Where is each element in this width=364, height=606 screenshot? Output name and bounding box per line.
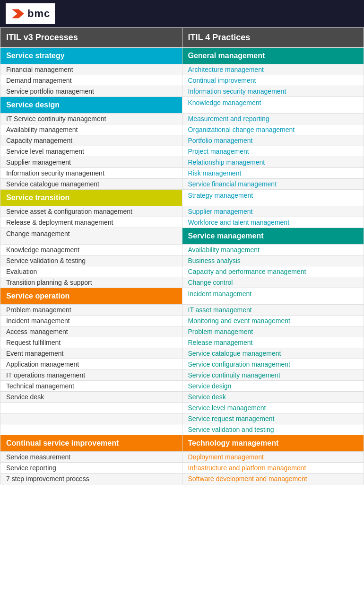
table-row: Information security management Risk man… [0,168,364,179]
table-row: Service portfolio management Information… [0,86,364,97]
right-item: Service level management [182,403,364,413]
right-item: Continual improvement [182,75,364,86]
right-item: Information security management [182,86,364,97]
table-row: Technical management Service design [0,381,364,392]
table-row: Application management Service configura… [0,359,364,370]
right-item: Relationship management [182,157,364,168]
right-item: Service design [182,381,364,392]
right-column-header: ITIL 4 Practices [182,28,364,48]
right-item: Service validation and testing [182,424,364,435]
table-row: Service validation & testing Business an… [0,255,364,266]
right-item: Architecture management [182,64,364,75]
right-item: Deployment management [182,452,364,463]
right-item: Service catalogue management [182,348,364,359]
table-row: Service desk Service desk [0,392,364,403]
table-row: Service validation and testing [0,424,364,435]
right-item: Service desk [182,392,364,403]
table-row: Access management Problem management [0,326,364,337]
section-header-row-1: Service strategy General management [0,48,364,64]
table-row: Release & deployment management Workforc… [0,217,364,228]
left-item: Service catalogue management [0,179,182,190]
left-section-header-csi: Continual service improvement [0,435,182,452]
left-section-header-service-operation: Service operation [0,288,182,305]
section-header-row-5: Continual service improvement Technology… [0,435,364,452]
left-item [0,424,182,435]
right-item: Knowledge management [182,97,364,114]
left-item: Service validation & testing [0,255,182,266]
left-item [0,413,182,424]
left-item: Transition planning & support [0,277,182,288]
table-row: Availability management Organizational c… [0,124,364,135]
section-header-row-3: Service transition Strategy management [0,190,364,206]
right-item: Project management [182,146,364,157]
left-item: Technical management [0,381,182,392]
left-item: Change management [0,228,182,245]
left-item: IT operations management [0,370,182,381]
table-row: Transition planning & support Change con… [0,277,364,288]
section-header-row-4: Service operation Incident management [0,288,364,305]
section-header-row-2: Service design Knowledge management [0,97,364,114]
right-item: Business analysis [182,255,364,266]
right-item: Supplier management [182,206,364,217]
table-row: Service measurement Deployment managemen… [0,452,364,463]
table-row: Service request management [0,413,364,424]
right-item: Capacity and performance management [182,266,364,277]
left-item: IT Service continuity management [0,114,182,124]
table-row: Service level management Project managem… [0,146,364,157]
left-item: Event management [0,348,182,359]
left-item: Service portfolio management [0,86,182,97]
left-item: Service reporting [0,463,182,474]
left-item: Service measurement [0,452,182,463]
table-row: Request fulfillment Release management [0,337,364,348]
right-item: Service configuration management [182,359,364,370]
left-item [0,403,182,413]
right-item: Release management [182,337,364,348]
right-item: Problem management [182,326,364,337]
right-item: Service request management [182,413,364,424]
left-column-header: ITIL v3 Processes [0,28,182,48]
table-row: Demand management Continual improvement [0,75,364,86]
right-item: Organizational change management [182,124,364,135]
right-section-header-general-management: General management [182,48,364,64]
left-item: Service level management [0,146,182,157]
left-item: Request fulfillment [0,337,182,348]
table-row: Supplier management Relationship managem… [0,157,364,168]
left-item: Financial management [0,64,182,75]
left-item: Availability management [0,124,182,135]
table-row: Problem management IT asset management [0,305,364,316]
table-row: 7 step improvement process Software deve… [0,474,364,484]
bmc-logo-icon [10,6,26,21]
table-row: IT operations management Service continu… [0,370,364,381]
left-item: Release & deployment management [0,217,182,228]
table-row: Financial management Architecture manage… [0,64,364,75]
right-item: Availability management [182,245,364,255]
right-item: IT asset management [182,305,364,316]
section-subheader-row: Change management Service management [0,228,364,245]
table-row: Knowledge management Availability manage… [0,245,364,255]
table-row: Service level management [0,403,364,413]
left-section-header-service-strategy: Service strategy [0,48,182,64]
right-item: Service financial management [182,179,364,190]
right-item: Monitoring and event management [182,316,364,326]
table-row: Evaluation Capacity and performance mana… [0,266,364,277]
left-section-header-service-design: Service design [0,97,182,114]
left-item: Application management [0,359,182,370]
page-header: bmc [0,0,364,27]
left-item: Knowledge management [0,245,182,255]
right-item: Risk management [182,168,364,179]
right-item: Strategy management [182,190,364,206]
right-item: Infrastructure and platform management [182,463,364,474]
table-row: Event management Service catalogue manag… [0,348,364,359]
table-row: Service catalogue management Service fin… [0,179,364,190]
right-item: Software development and management [182,474,364,484]
right-item: Service continuity management [182,370,364,381]
logo: bmc [6,3,55,24]
main-table: ITIL v3 Processes ITIL 4 Practices Servi… [0,27,364,484]
left-item: Incident management [0,316,182,326]
left-item: Service asset & configuration management [0,206,182,217]
svg-marker-0 [12,9,24,18]
table-row: Capacity management Portfolio management [0,135,364,146]
right-item: Workforce and talent management [182,217,364,228]
left-item: Demand management [0,75,182,86]
right-item: Measurement and reporting [182,114,364,124]
